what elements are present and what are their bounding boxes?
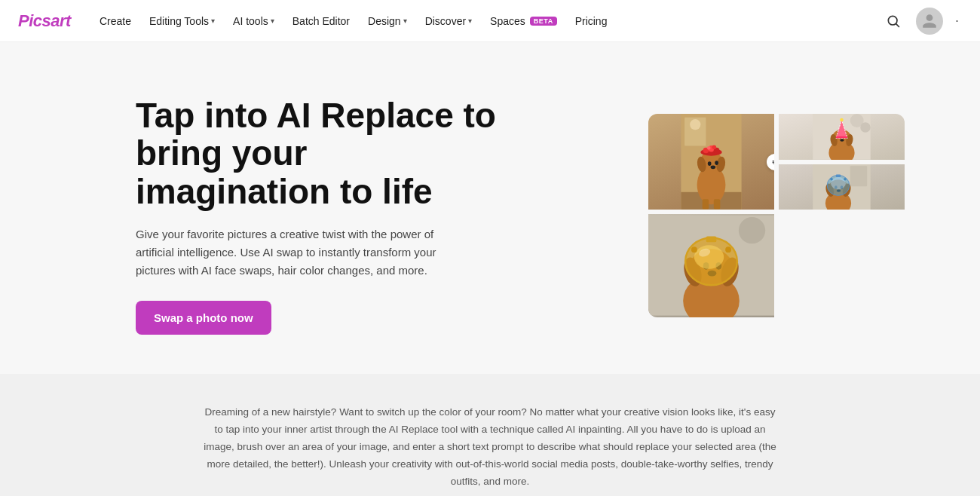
swap-photo-button[interactable]: Swap a photo now bbox=[136, 301, 271, 335]
beta-badge: BETA bbox=[530, 17, 557, 26]
svg-point-23 bbox=[860, 122, 870, 132]
search-button[interactable] bbox=[880, 8, 907, 35]
hero-image-grid: ⇄ bbox=[648, 114, 905, 317]
svg-point-12 bbox=[711, 165, 716, 169]
svg-point-47 bbox=[844, 178, 847, 181]
svg-point-11 bbox=[715, 161, 718, 165]
nav-item-spaces[interactable]: Spaces BETA bbox=[482, 11, 565, 32]
nav-item-design[interactable]: Design ▾ bbox=[360, 11, 415, 32]
more-options-button[interactable]: · bbox=[952, 13, 962, 29]
grid-cell-top-right bbox=[779, 114, 905, 160]
nav-label-create: Create bbox=[100, 15, 131, 27]
dog-helmet-image bbox=[779, 164, 905, 210]
nav-item-create[interactable]: Create bbox=[92, 11, 139, 32]
nav-item-discover[interactable]: Discover ▾ bbox=[418, 11, 479, 32]
svg-rect-20 bbox=[714, 199, 720, 209]
nav-links: Create Editing Tools ▾ AI tools ▾ Batch … bbox=[92, 11, 880, 32]
nav-label-design: Design bbox=[368, 15, 401, 27]
svg-rect-48 bbox=[836, 174, 841, 177]
nav-label-discover: Discover bbox=[425, 15, 466, 27]
search-icon bbox=[886, 14, 901, 29]
user-avatar[interactable] bbox=[916, 8, 943, 35]
nav-item-pricing[interactable]: Pricing bbox=[568, 11, 615, 32]
dog-helmet-svg bbox=[779, 164, 905, 210]
svg-rect-34 bbox=[836, 136, 847, 139]
svg-point-5 bbox=[690, 119, 700, 130]
nav-label-pricing: Pricing bbox=[575, 15, 608, 27]
hero-title: Tap into AI Replace to bring your imagin… bbox=[136, 96, 498, 211]
arrow-icon: ⇄ bbox=[772, 158, 774, 166]
svg-point-30 bbox=[840, 139, 844, 142]
dog-party-hat-image bbox=[779, 114, 905, 160]
nav-label-batch-editor: Batch Editor bbox=[292, 15, 350, 27]
chevron-down-icon: ▾ bbox=[403, 17, 407, 25]
nav-right: · bbox=[880, 8, 962, 35]
dog-astronaut-image bbox=[648, 214, 774, 317]
svg-rect-19 bbox=[703, 199, 709, 209]
nav-label-ai-tools: AI tools bbox=[233, 15, 268, 27]
svg-point-59 bbox=[694, 246, 724, 269]
navbar: Picsart Create Editing Tools ▾ AI tools … bbox=[0, 0, 980, 42]
nav-item-batch-editor[interactable]: Batch Editor bbox=[285, 11, 357, 32]
chevron-down-icon: ▾ bbox=[211, 17, 215, 25]
svg-rect-61 bbox=[706, 237, 717, 243]
avatar-icon bbox=[921, 13, 938, 29]
svg-rect-36 bbox=[850, 166, 867, 186]
svg-line-1 bbox=[896, 23, 899, 26]
nav-item-editing-tools[interactable]: Editing Tools ▾ bbox=[142, 11, 222, 32]
nav-item-ai-tools[interactable]: AI tools ▾ bbox=[225, 11, 282, 32]
hero-image-grid-wrapper: ⇄ bbox=[648, 114, 905, 317]
svg-point-45 bbox=[831, 177, 846, 189]
svg-point-17 bbox=[707, 146, 711, 150]
dog-astronaut-svg bbox=[648, 214, 774, 317]
bottom-section: Dreaming of a new hairstyle? Want to swi… bbox=[0, 374, 980, 496]
svg-point-46 bbox=[830, 178, 833, 181]
svg-point-0 bbox=[888, 16, 897, 25]
bottom-description: Dreaming of a new hairstyle? Want to swi… bbox=[204, 404, 776, 491]
grid-cell-main: ⇄ bbox=[648, 114, 774, 210]
dog-main-image bbox=[648, 114, 774, 210]
grid-cell-bottom-right bbox=[648, 214, 774, 317]
logo[interactable]: Picsart bbox=[18, 11, 71, 31]
svg-point-63 bbox=[725, 247, 731, 253]
svg-point-10 bbox=[708, 161, 712, 166]
nav-label-spaces: Spaces bbox=[490, 15, 525, 27]
svg-point-33 bbox=[840, 118, 843, 121]
grid-cell-bottom-left bbox=[779, 164, 905, 210]
hero-subtitle: Give your favorite pictures a creative t… bbox=[136, 225, 467, 280]
svg-point-62 bbox=[691, 247, 697, 253]
chevron-down-icon: ▾ bbox=[271, 17, 274, 25]
svg-point-18 bbox=[712, 145, 716, 150]
dog-party-hat-svg bbox=[779, 114, 905, 160]
hero-content: Tap into AI Replace to bring your imagin… bbox=[136, 96, 498, 335]
dog-red-hat-svg bbox=[648, 114, 774, 210]
nav-label-editing-tools: Editing Tools bbox=[149, 15, 209, 27]
hero-section: Tap into AI Replace to bring your imagin… bbox=[0, 42, 980, 374]
svg-point-50 bbox=[739, 217, 765, 243]
chevron-down-icon: ▾ bbox=[468, 17, 472, 25]
